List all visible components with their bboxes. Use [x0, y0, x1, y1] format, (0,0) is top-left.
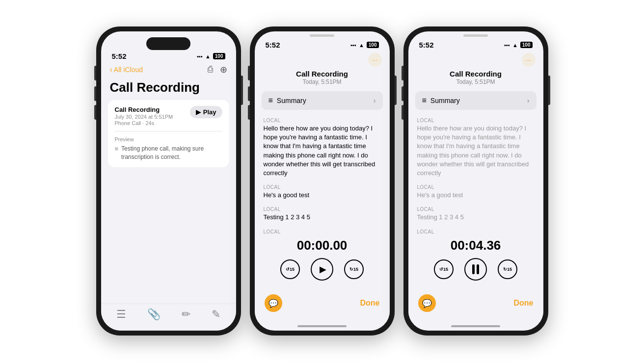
notes-tab-icon[interactable]: ☰: [116, 308, 126, 321]
card-date: July 30, 2024 at 5:51PM: [115, 114, 173, 120]
play-label: Play: [203, 108, 216, 116]
transcript-text-3-0: Hello there how are you doing today? I h…: [417, 124, 535, 178]
transcript-label-3-3: LOCAL: [417, 229, 535, 234]
summary-button-2[interactable]: ≡ Summary ›: [262, 91, 383, 110]
chat-button-3[interactable]: 💬: [418, 294, 436, 312]
recording-title-section-3: Call Recording Today, 5:51PM: [408, 69, 543, 89]
done-button-2[interactable]: Done: [360, 299, 380, 308]
playback-time-2: 00:00.00: [297, 238, 348, 253]
home-indicator-2: [255, 322, 390, 331]
done-button-3[interactable]: Done: [514, 299, 534, 308]
status-time-2: 5:52: [266, 41, 280, 49]
play-pause-button-2[interactable]: ▶: [311, 258, 333, 281]
chat-button-2[interactable]: 💬: [265, 294, 282, 312]
forward-button-3[interactable]: ↻15: [498, 259, 517, 279]
wifi-icon-3: ▲: [512, 42, 518, 48]
transcript-block-3-1: LOCAL He's a good test: [417, 184, 535, 200]
status-icons-2: ▪▪▪ ▲ 100: [350, 42, 378, 48]
recording-date-3: Today, 5:51PM: [416, 78, 536, 85]
playback-time-3: 00:04.36: [451, 238, 501, 253]
playback-section-3: 00:04.36 ↺15 ↻15: [408, 234, 543, 291]
battery-icon-2: 100: [367, 42, 379, 48]
recording-card: Call Recording July 30, 2024 at 5:51PM P…: [108, 100, 229, 167]
rewind-button-3[interactable]: ↺15: [434, 259, 454, 279]
rewind-icon: ↺15: [286, 267, 295, 272]
play-pause-button-3[interactable]: [464, 258, 487, 281]
bottom-tabs: ☰ 📎 ✏ ✎: [101, 304, 236, 331]
transcript-block-2-1: LOCAL He's a good test: [264, 184, 381, 200]
status-bar-2: 5:52 ▪▪▪ ▲ 100: [255, 38, 390, 51]
transcript-block-2-0: LOCAL Hello there how are you doing toda…: [264, 118, 381, 178]
back-button[interactable]: ‹ All iCloud: [110, 65, 143, 74]
share-icon[interactable]: ⎙: [208, 64, 213, 75]
rewind-icon-3: ↺15: [439, 267, 448, 272]
transcript-label-2-0: LOCAL: [264, 118, 381, 123]
transcript-block-2-3: LOCAL Testing again , testing testing te…: [264, 229, 381, 234]
home-bar-3: [451, 325, 500, 327]
transcript-label-3-0: LOCAL: [417, 118, 535, 123]
transcript-label-3-2: LOCAL: [417, 207, 535, 212]
back-label: All iCloud: [114, 66, 143, 74]
play-button[interactable]: ▶ Play: [190, 106, 222, 118]
transcript-block-3-0: LOCAL Hello there how are you doing toda…: [417, 118, 535, 178]
summary-chevron-icon: ›: [374, 97, 376, 104]
dynamic-island: [146, 37, 190, 50]
wifi-icon: ▲: [205, 53, 211, 59]
back-arrow-icon: ‹: [110, 65, 112, 74]
status-icons-1: ▪▪▪ ▲ 100: [197, 53, 225, 59]
status-time-1: 5:52: [112, 52, 127, 60]
preview-label: Preview: [115, 136, 222, 142]
summary-label-3: Summary: [430, 97, 460, 104]
ellipsis-icon: ···: [372, 56, 378, 64]
chat-icon-2: 💬: [268, 299, 278, 308]
transcript-block-3-3: LOCAL Testing again , testing testing te…: [417, 229, 535, 234]
transcript-text-3-1: He's a good test: [417, 191, 535, 200]
playback-section-2: 00:00.00 ↺15 ▶ ↻15: [255, 234, 390, 291]
recording-title-2: Call Recording: [263, 70, 382, 78]
playback-controls-2: ↺15 ▶ ↻15: [280, 258, 364, 281]
transcript-area-3: LOCAL Hello there how are you doing toda…: [408, 114, 543, 234]
pencil-tab-icon[interactable]: ✏: [182, 308, 190, 321]
transcript-block-3-2: LOCAL Testing 1 2 3 4 5: [417, 207, 535, 222]
battery-icon-3: 100: [520, 42, 533, 48]
more-options-button-3[interactable]: ···: [522, 53, 536, 67]
p1-nav: ‹ All iCloud ⎙ ⊕: [101, 62, 236, 77]
more-icon[interactable]: ⊕: [220, 64, 227, 75]
chat-icon-3: 💬: [422, 299, 432, 308]
home-bar-2: [297, 325, 347, 327]
preview-text: ≡ Testing phone call, making sure transc…: [115, 145, 222, 161]
rewind-button-2[interactable]: ↺15: [280, 259, 300, 279]
phones-container: 5:52 ▪▪▪ ▲ 100 ‹ All iCloud ⎙ ⊕ Call Rec…: [86, 17, 558, 345]
nav-icons: ⎙ ⊕: [208, 64, 227, 75]
card-title: Call Recording: [115, 106, 173, 113]
transcript-text-2-0: Hello there how are you doing today? I h…: [264, 124, 381, 178]
divider: [115, 131, 222, 131]
transcript-label-2-2: LOCAL: [264, 207, 381, 212]
home-indicator-3: [408, 322, 543, 331]
transcript-text-2-2: Testing 1 2 3 4 5: [264, 213, 381, 222]
summary-label-2: Summary: [277, 97, 306, 104]
status-icons-3: ▪▪▪ ▲ 100: [504, 42, 532, 48]
recording-title-section-2: Call Recording Today, 5:51PM: [255, 69, 390, 89]
transcript-text-2-1: He's a good test: [264, 191, 381, 200]
recording-bottom-2: 💬 Done: [255, 291, 390, 322]
phone-1: 5:52 ▪▪▪ ▲ 100 ‹ All iCloud ⎙ ⊕ Call Rec…: [96, 26, 241, 336]
summary-button-3[interactable]: ≡ Summary ›: [415, 91, 537, 110]
preview-content: Testing phone call, making sure transcri…: [121, 145, 222, 161]
forward-icon: ↻15: [349, 267, 358, 272]
pause-icon: [472, 264, 479, 274]
summary-icon-3: ≡: [422, 96, 427, 105]
playback-controls-3: ↺15 ↻15: [434, 258, 517, 281]
forward-button-2[interactable]: ↻15: [344, 259, 364, 279]
more-options-button-2[interactable]: ···: [368, 53, 382, 67]
attachments-tab-icon[interactable]: 📎: [147, 308, 161, 321]
signal-icon: ▪▪▪: [197, 53, 203, 59]
recording-bottom-3: 💬 Done: [408, 291, 543, 322]
compose-tab-icon[interactable]: ✎: [212, 308, 220, 321]
play-triangle-icon: ▶: [196, 108, 201, 116]
transcript-icon: ≡: [115, 145, 119, 161]
transcript-label-3-1: LOCAL: [417, 184, 535, 190]
forward-icon-3: ↻15: [503, 267, 512, 272]
status-bar-3: 5:52 ▪▪▪ ▲ 100: [408, 38, 543, 51]
top-pill-3: [463, 34, 488, 37]
